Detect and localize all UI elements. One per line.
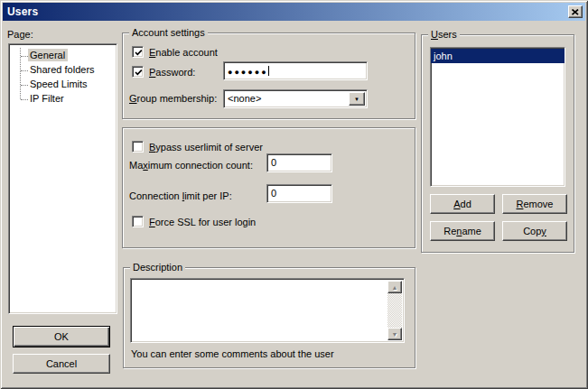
description-textarea[interactable]: ▲ ▼ xyxy=(130,278,405,343)
max-connections-label: Maximum connection count: xyxy=(129,160,253,171)
bypass-userlimit-label: Bypass userlimit of server xyxy=(149,142,263,153)
description-title: Description xyxy=(130,262,185,273)
enable-account-label: Enable account xyxy=(149,47,218,58)
tree-item-ip-filter[interactable]: IP Filter xyxy=(9,92,117,107)
connection-limit-label: Connection limit per IP: xyxy=(129,190,232,201)
account-settings-title: Account settings xyxy=(129,27,208,39)
password-label: Password: xyxy=(149,67,195,78)
remove-user-button[interactable]: Remove xyxy=(502,194,567,214)
tree-item-label: Speed Limits xyxy=(28,78,90,90)
group-membership-label: Group membership: xyxy=(129,93,217,104)
force-ssl-label: Force SSL for user login xyxy=(149,217,256,227)
scroll-down-icon: ▼ xyxy=(392,331,398,338)
max-connections-value: 0 xyxy=(271,157,276,168)
copy-user-button[interactable]: Copy xyxy=(502,221,567,241)
scrollbar-track[interactable] xyxy=(387,293,402,328)
tree-item-speed-limits[interactable]: Speed Limits xyxy=(9,78,117,92)
connection-limit-value: 0 xyxy=(271,188,276,199)
scroll-down-button[interactable]: ▼ xyxy=(387,328,402,340)
close-icon xyxy=(572,9,579,15)
password-input[interactable]: ●●●●●● xyxy=(223,61,368,80)
add-user-button[interactable]: Add xyxy=(430,194,495,214)
users-listbox: john xyxy=(430,47,565,187)
check-icon xyxy=(133,47,145,59)
tree-item-label: Shared folders xyxy=(28,63,98,76)
window-title: Users xyxy=(7,5,38,18)
page-label: Page: xyxy=(7,29,33,40)
bypass-userlimit-checkbox[interactable] xyxy=(132,141,144,153)
users-dialog: Users Page: General Shared folders Speed… xyxy=(0,0,588,389)
combo-dropdown-button[interactable]: ▼ xyxy=(349,92,365,106)
ok-button[interactable]: OK xyxy=(13,326,110,347)
titlebar[interactable]: Users xyxy=(3,3,585,21)
cancel-button[interactable]: Cancel xyxy=(13,354,110,374)
tree-item-shared-folders[interactable]: Shared folders xyxy=(9,63,117,78)
scroll-up-icon: ▲ xyxy=(392,284,398,291)
group-membership-select[interactable]: <none> ▼ xyxy=(223,89,368,108)
chevron-down-icon: ▼ xyxy=(354,97,359,102)
page-tree: General Shared folders Speed Limits IP F… xyxy=(8,43,117,314)
tree-item-label: General xyxy=(28,49,68,61)
users-group-title: Users xyxy=(428,29,460,41)
group-membership-value: <none> xyxy=(228,93,261,104)
max-connections-input[interactable]: 0 xyxy=(266,153,332,172)
connection-limit-input[interactable]: 0 xyxy=(266,184,332,203)
close-button[interactable] xyxy=(568,5,583,18)
password-value: ●●●●●● xyxy=(228,68,268,77)
rename-user-button[interactable]: Rename xyxy=(430,221,495,241)
description-scrollbar: ▲ ▼ xyxy=(387,281,402,340)
scroll-up-button[interactable]: ▲ xyxy=(387,281,402,293)
password-checkbox[interactable] xyxy=(132,66,144,78)
tree-item-general[interactable]: General xyxy=(9,49,117,63)
description-caption: You can enter some comments about the us… xyxy=(131,348,334,359)
user-list-item[interactable]: john xyxy=(431,49,565,63)
check-icon xyxy=(133,67,145,79)
enable-account-checkbox[interactable] xyxy=(132,46,144,58)
tree-item-label: IP Filter xyxy=(28,92,67,105)
force-ssl-checkbox[interactable] xyxy=(132,216,144,227)
